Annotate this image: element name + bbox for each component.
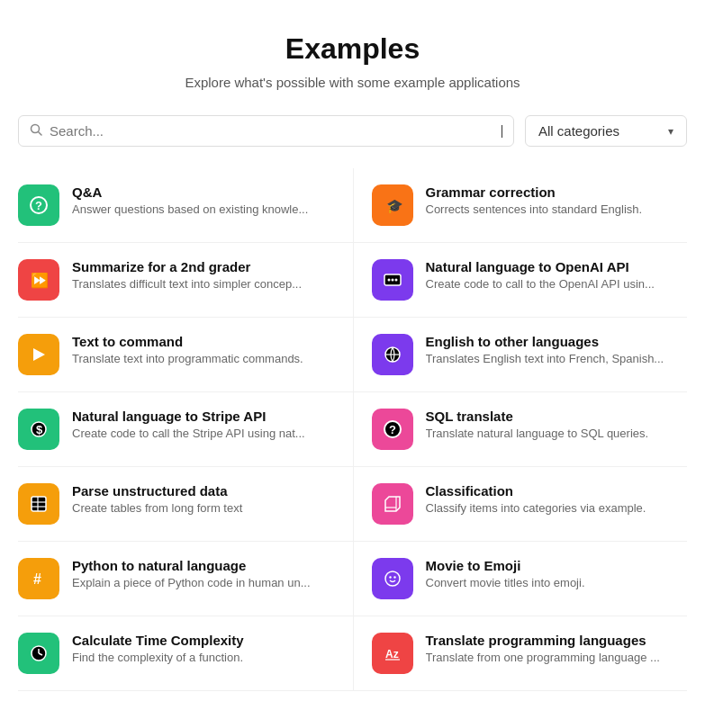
svg-marker-10 — [33, 348, 45, 361]
svg-point-8 — [391, 279, 393, 282]
example-card-sql[interactable]: ? SQL translate Translate natural langua… — [353, 392, 688, 467]
example-card-nl-openai[interactable]: Natural language to OpenAI API Create co… — [353, 243, 688, 318]
parse-title: Parse unstructured data — [72, 483, 339, 499]
example-card-parse[interactable]: Parse unstructured data Create tables fr… — [18, 467, 353, 542]
python-nl-title: Python to natural language — [72, 558, 339, 573]
translate-prog-title: Translate programming languages — [426, 633, 673, 648]
text-command-text: Text to command Translate text into prog… — [72, 334, 339, 365]
python-nl-desc: Explain a piece of Python code in human … — [72, 576, 339, 589]
example-card-classify[interactable]: Classification Classify items into categ… — [353, 467, 688, 542]
python-nl-text: Python to natural language Explain a pie… — [72, 558, 339, 589]
svg-text:?: ? — [35, 199, 42, 212]
stripe-icon: $ — [18, 409, 59, 450]
nl-openai-desc: Create code to call to the OpenAI API us… — [426, 277, 673, 291]
svg-text:🎓: 🎓 — [386, 198, 402, 214]
grammar-icon: 🎓 — [372, 184, 413, 226]
sql-icon: ? — [372, 409, 413, 450]
svg-text:#: # — [33, 571, 41, 587]
summarize-desc: Translates difficult text into simpler c… — [72, 277, 339, 291]
search-filter-row: All categories ▾ — [0, 115, 705, 168]
category-dropdown[interactable]: All categories ▾ — [525, 115, 687, 147]
qa-icon: ? — [18, 184, 59, 226]
movie-emoji-desc: Convert movie titles into emoji. — [426, 576, 673, 589]
qa-title: Q&A — [72, 184, 339, 200]
english-lang-desc: Translates English text into French, Spa… — [426, 352, 673, 365]
summarize-title: Summarize for a 2nd grader — [72, 259, 339, 274]
page-subtitle: Explore what's possible with some exampl… — [18, 75, 687, 90]
search-input[interactable] — [50, 123, 500, 139]
svg-point-23 — [389, 576, 391, 578]
nl-openai-title: Natural language to OpenAI API — [426, 259, 673, 274]
time-complexity-desc: Find the complexity of a function. — [72, 651, 339, 664]
svg-point-7 — [387, 279, 390, 282]
example-card-text-command[interactable]: Text to command Translate text into prog… — [18, 318, 353, 392]
search-icon — [30, 123, 42, 139]
parse-icon — [18, 483, 59, 525]
example-card-movie-emoji[interactable]: Movie to Emoji Convert movie titles into… — [353, 542, 688, 616]
movie-emoji-icon — [372, 558, 413, 599]
text-command-desc: Translate text into programmatic command… — [72, 352, 339, 365]
example-card-python-nl[interactable]: # Python to natural language Explain a p… — [18, 542, 353, 616]
summarize-text: Summarize for a 2nd grader Translates di… — [72, 259, 339, 291]
time-complexity-icon — [18, 633, 59, 674]
parse-text: Parse unstructured data Create tables fr… — [72, 483, 339, 515]
stripe-title: Natural language to Stripe API — [72, 409, 339, 424]
svg-point-9 — [394, 279, 397, 282]
classify-desc: Classify items into categories via examp… — [426, 501, 673, 515]
translate-prog-desc: Translate from one programming language … — [426, 651, 673, 664]
svg-text:?: ? — [389, 423, 396, 436]
svg-text:$: $ — [36, 423, 43, 436]
category-label: All categories — [538, 123, 619, 139]
example-card-stripe[interactable]: $ Natural language to Stripe API Create … — [18, 392, 353, 467]
example-card-translate-prog[interactable]: Az Translate programming languages Trans… — [353, 616, 688, 691]
example-card-english-lang[interactable]: English to other languages Translates En… — [353, 318, 688, 392]
stripe-text: Natural language to Stripe API Create co… — [72, 409, 339, 440]
qa-text: Q&A Answer questions based on existing k… — [72, 184, 339, 216]
classify-title: Classification — [426, 483, 673, 499]
chevron-down-icon: ▾ — [668, 125, 673, 138]
svg-line-1 — [39, 132, 42, 136]
english-lang-text: English to other languages Translates En… — [426, 334, 673, 365]
page-title: Examples — [18, 32, 687, 66]
example-card-grammar[interactable]: 🎓 Grammar correction Corrects sentences … — [353, 168, 688, 243]
search-box[interactable] — [18, 115, 514, 147]
grammar-desc: Corrects sentences into standard English… — [426, 202, 673, 216]
sql-desc: Translate natural language to SQL querie… — [426, 427, 673, 440]
summarize-icon: ⏩ — [18, 259, 59, 301]
text-command-title: Text to command — [72, 334, 339, 349]
svg-point-24 — [393, 576, 395, 578]
translate-prog-icon: Az — [372, 633, 413, 674]
sql-title: SQL translate — [426, 409, 673, 424]
qa-desc: Answer questions based on existing knowl… — [72, 202, 339, 216]
svg-point-22 — [385, 571, 400, 586]
svg-rect-17 — [32, 497, 46, 511]
example-card-qa[interactable]: ? Q&A Answer questions based on existing… — [18, 168, 353, 243]
nl-openai-text: Natural language to OpenAI API Create co… — [426, 259, 673, 291]
grammar-title: Grammar correction — [426, 184, 673, 200]
classify-text: Classification Classify items into categ… — [426, 483, 673, 515]
sql-text: SQL translate Translate natural language… — [426, 409, 673, 440]
english-lang-icon — [372, 334, 413, 375]
stripe-desc: Create code to call the Stripe API using… — [72, 427, 339, 440]
movie-emoji-title: Movie to Emoji — [426, 558, 673, 573]
english-lang-title: English to other languages — [426, 334, 673, 349]
time-complexity-text: Calculate Time Complexity Find the compl… — [72, 633, 339, 664]
parse-desc: Create tables from long form text — [72, 501, 339, 515]
svg-text:Az: Az — [385, 648, 399, 661]
search-cursor — [502, 125, 502, 138]
translate-prog-text: Translate programming languages Translat… — [426, 633, 673, 664]
movie-emoji-text: Movie to Emoji Convert movie titles into… — [426, 558, 673, 589]
grammar-text: Grammar correction Corrects sentences in… — [426, 184, 673, 216]
examples-grid: ? Q&A Answer questions based on existing… — [0, 168, 705, 691]
example-card-time-complexity[interactable]: Calculate Time Complexity Find the compl… — [18, 616, 353, 691]
python-nl-icon: # — [18, 558, 59, 599]
classify-icon — [372, 483, 413, 525]
text-command-icon — [18, 334, 59, 375]
time-complexity-title: Calculate Time Complexity — [72, 633, 339, 648]
example-card-summarize[interactable]: ⏩ Summarize for a 2nd grader Translates … — [18, 243, 353, 318]
nl-openai-icon — [372, 259, 413, 301]
svg-text:⏩: ⏩ — [31, 272, 49, 289]
